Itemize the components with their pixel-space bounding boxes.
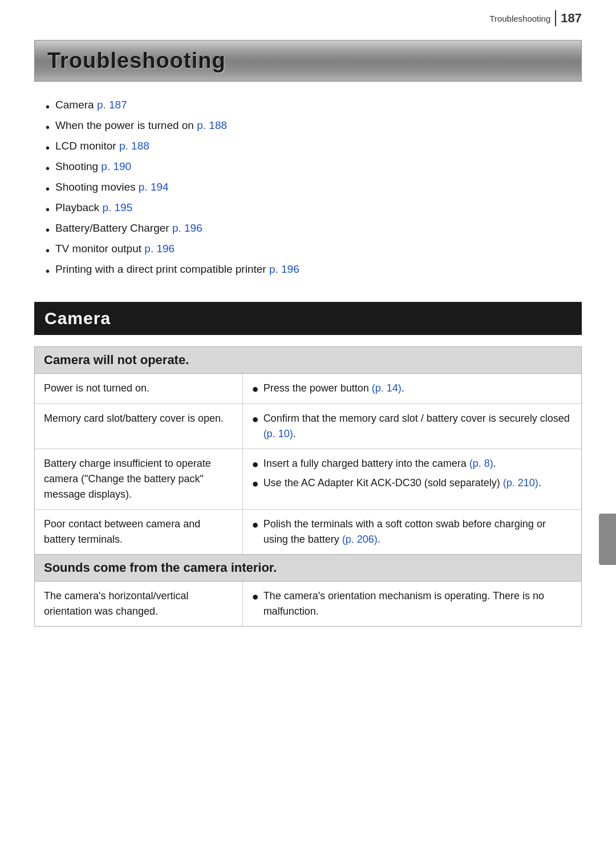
bullet-icon: ● — [252, 475, 259, 491]
bullet-item: ● Confirm that the memory card slot / ba… — [252, 411, 572, 442]
toc-item: LCD monitor p. 188 — [46, 140, 582, 156]
cause-text: The camera's horizontal/vertical orienta… — [44, 590, 189, 617]
camera-will-not-operate-header: Camera will not operate. — [35, 347, 581, 374]
table-row: Power is not turned on. ● Press the powe… — [35, 374, 581, 404]
sounds-rows: The camera's horizontal/vertical orienta… — [35, 582, 581, 626]
toc-link[interactable]: p. 190 — [101, 160, 131, 172]
cause-cell: Power is not turned on. — [35, 374, 242, 404]
solution-cell: ● Polish the terminals with a soft cotto… — [242, 510, 581, 555]
sounds-title: Sounds come from the camera interior. — [44, 560, 572, 575]
solution-text: Use the AC Adapter Kit ACK-DC30 (sold se… — [264, 475, 541, 491]
section-label: Troubleshooting — [489, 14, 550, 23]
toc-list: Camera p. 187 When the power is turned o… — [34, 99, 582, 279]
cause-cell: Battery charge insufficient to operate c… — [35, 449, 242, 510]
solution-link[interactable]: (p. 210) — [503, 477, 538, 488]
bullet-item: ● The camera's orientation mechanism is … — [252, 588, 572, 619]
solution-text: Insert a fully charged battery into the … — [264, 456, 496, 471]
bullet-icon: ● — [252, 516, 259, 532]
camera-trouble-table: Camera will not operate. Power is not tu… — [34, 346, 582, 627]
table-row: Poor contact between camera and battery … — [35, 510, 581, 555]
toc-item-text: Playback p. 195 — [55, 201, 132, 214]
toc-item: When the power is turned on p. 188 — [46, 119, 582, 135]
cause-text: Memory card slot/battery cover is open. — [44, 413, 224, 424]
troubleshooting-banner: Troubleshooting — [34, 40, 582, 82]
solution-cell: ● Press the power button (p. 14). — [242, 374, 581, 404]
toc-item-text: Printing with a direct print compatible … — [55, 263, 299, 276]
sounds-section-header: Sounds come from the camera interior. — [35, 554, 581, 582]
toc-item-text: Shooting p. 190 — [55, 160, 131, 173]
toc-item-text: Battery/Battery Charger p. 196 — [55, 222, 202, 235]
trouble-rows: Power is not turned on. ● Press the powe… — [35, 374, 581, 554]
solution-text: Press the power button (p. 14). — [264, 381, 404, 396]
camera-section-title: Camera — [44, 309, 572, 328]
cause-text: Battery charge insufficient to operate c… — [44, 458, 211, 500]
bullet-item: ● Insert a fully charged battery into th… — [252, 456, 572, 472]
toc-item: Printing with a direct print compatible … — [46, 263, 582, 279]
toc-item-text: When the power is turned on p. 188 — [55, 119, 227, 132]
bullet-icon: ● — [252, 456, 259, 472]
solution-text: Polish the terminals with a soft cotton … — [264, 516, 572, 547]
solution-cell: ● Confirm that the memory card slot / ba… — [242, 404, 581, 449]
bullet-item: ● Use the AC Adapter Kit ACK-DC30 (sold … — [252, 475, 572, 491]
toc-link[interactable]: p. 196 — [172, 222, 202, 234]
toc-link[interactable]: p. 188 — [197, 119, 227, 131]
toc-link[interactable]: p. 195 — [102, 201, 132, 213]
bullet-item: ● Press the power button (p. 14). — [252, 381, 572, 397]
table-row: Memory card slot/battery cover is open. … — [35, 404, 581, 449]
toc-item-text: LCD monitor p. 188 — [55, 140, 149, 152]
solution-text: The camera's orientation mechanism is op… — [264, 588, 572, 619]
main-content: Troubleshooting Camera p. 187 When the p… — [0, 0, 616, 661]
bullet-icon: ● — [252, 411, 259, 427]
toc-item: Playback p. 195 — [46, 201, 582, 217]
solution-link[interactable]: (p. 10) — [264, 428, 293, 439]
solution-cell: ● Insert a fully charged battery into th… — [242, 449, 581, 510]
solution-link[interactable]: (p. 8) — [469, 458, 493, 469]
toc-link[interactable]: p. 187 — [97, 99, 127, 111]
toc-link[interactable]: p. 188 — [119, 140, 149, 152]
table-row: Battery charge insufficient to operate c… — [35, 449, 581, 510]
toc-link[interactable]: p. 196 — [144, 243, 175, 255]
solution-text: Confirm that the memory card slot / batt… — [264, 411, 572, 442]
side-tab — [599, 514, 616, 565]
bullet-icon: ● — [252, 381, 259, 397]
header-divider — [555, 10, 556, 26]
solution-link[interactable]: (p. 14) — [372, 382, 402, 394]
toc-link[interactable]: p. 196 — [269, 263, 299, 275]
cause-cell: Memory card slot/battery cover is open. — [35, 404, 242, 449]
toc-item: Shooting p. 190 — [46, 160, 582, 176]
toc-item-text: TV monitor output p. 196 — [55, 243, 175, 255]
toc-item: TV monitor output p. 196 — [46, 243, 582, 259]
solution-link[interactable]: (p. 206) — [342, 534, 378, 545]
bullet-icon: ● — [252, 588, 259, 604]
cause-cell: Poor contact between camera and battery … — [35, 510, 242, 555]
table-row: The camera's horizontal/vertical orienta… — [35, 582, 581, 626]
page-header: Troubleshooting 187 — [489, 10, 582, 26]
toc-item: Battery/Battery Charger p. 196 — [46, 222, 582, 238]
subsection-title: Camera will not operate. — [44, 353, 572, 368]
page-number: 187 — [561, 11, 582, 26]
cause-text: Power is not turned on. — [44, 382, 149, 394]
cause-cell: The camera's horizontal/vertical orienta… — [35, 582, 242, 626]
toc-item-text: Camera p. 187 — [55, 99, 127, 111]
cause-text: Poor contact between camera and battery … — [44, 518, 200, 545]
bullet-item: ● Polish the terminals with a soft cotto… — [252, 516, 572, 547]
toc-item: Camera p. 187 — [46, 99, 582, 115]
toc-link[interactable]: p. 194 — [139, 181, 169, 193]
main-title: Troubleshooting — [47, 49, 569, 73]
toc-item-text: Shooting movies p. 194 — [55, 181, 169, 193]
camera-section-banner: Camera — [34, 302, 582, 335]
toc-item: Shooting movies p. 194 — [46, 181, 582, 197]
solution-cell: ● The camera's orientation mechanism is … — [242, 582, 581, 626]
